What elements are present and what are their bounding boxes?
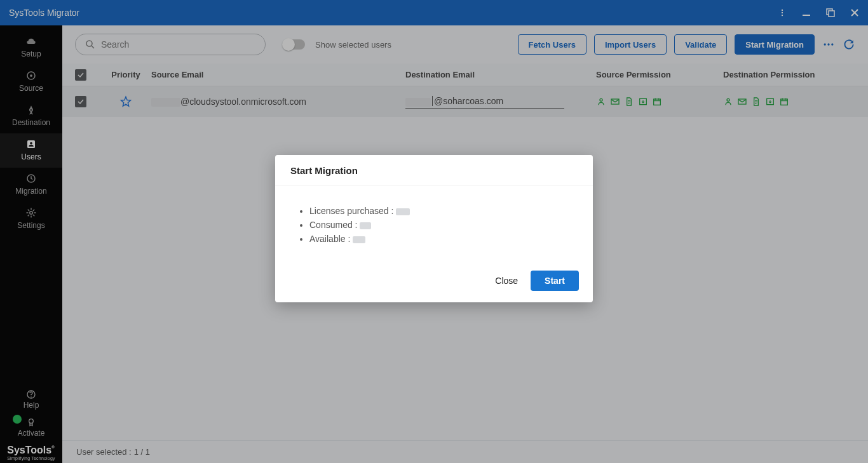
dialog-body: Licenses purchased : Consumed : Availabl… [275, 185, 593, 264]
licenses-purchased-row: Licenses purchased : [309, 206, 570, 216]
modal-overlay: Start Migration Licenses purchased : Con… [0, 0, 868, 463]
consumed-row: Consumed : [309, 220, 570, 230]
start-button[interactable]: Start [531, 271, 579, 291]
close-button[interactable]: Close [495, 276, 518, 286]
dialog-footer: Close Start [275, 264, 593, 302]
dialog-title: Start Migration [275, 155, 593, 185]
start-migration-dialog: Start Migration Licenses purchased : Con… [275, 155, 593, 302]
available-row: Available : [309, 234, 570, 244]
